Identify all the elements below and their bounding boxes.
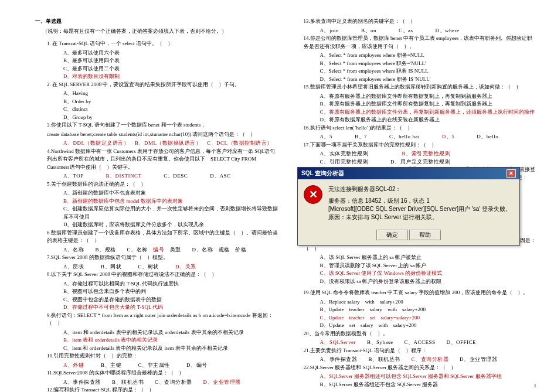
q22-b: B、SQLServer 服务器组还不包含 SQLServer 服务器 xyxy=(320,381,537,389)
q15-c: C、将原有服务器上的数据库文件分离，再复制到新服务器上，还须服务器上执行时间的操… xyxy=(320,108,537,117)
ok-button[interactable]: 确定 xyxy=(376,230,408,240)
q2-a: A、Having xyxy=(63,90,280,98)
left-column: 一、单选题 （说明：每题有且仅有一个正确答案，正确答案必须填入下表，否则不给分。… xyxy=(29,18,286,386)
q18-c: C、该 SQL Server 使用了仅 Windows 的身份验证模式 xyxy=(320,270,537,278)
q1-b: B、最多可以使用四个表 xyxy=(63,57,280,65)
section-note: （说明：每题有且仅有一个正确答案，正确答案必须填入下表，否则不给分。） xyxy=(42,28,280,35)
q17: 17.下面哪一项不属于关系数据库中的完整性规则：（ ） xyxy=(304,141,537,149)
q21-opts: A、事件探查器 B、联机丛书 C、查询分析器 D、企业管理器 xyxy=(320,356,537,364)
q2-c: C、distinct xyxy=(63,105,280,114)
q11: 11.SQLServer2008 的实体中哪类程序组合最棒的是：（ ） xyxy=(47,369,280,377)
q17-opt1: A、实体完整性规则 B、索引完整性规则 xyxy=(320,150,537,158)
q3-opts: A、DDL（数据定义语言） B、DML（数据操纵语言） C、DCL（数据控制语言… xyxy=(63,139,280,148)
q13: 13.多表查询中定义表的别名的关键字是：（ ） xyxy=(304,18,537,26)
section-title: 一、单选题 xyxy=(35,18,280,25)
dialog-line3: [Microsoft][ODBC SQL Server Driver][SQL … xyxy=(328,205,514,221)
q11-opts: A、事件探查器 B、联机丛书 C、查询分析器 D、企业管理器 xyxy=(63,379,280,387)
q5-d: D、创建数据库时，应该将数据库文件分放多个，以实现几余 xyxy=(63,221,280,229)
q5: 5.关于创建数据库的说法正确的是：（ ） xyxy=(47,180,280,189)
q14-a: A、Select * from employees where 职务=NULL xyxy=(320,52,537,60)
q6: 6.数据库管理员创建了一个设备库存表格，具体方法如下所示。区域中的主键是（ ）。… xyxy=(47,229,280,245)
q2: 2. 在 SQL SERVER 2008 中，要设置查询的结果集按所开字段可以使… xyxy=(47,81,280,89)
q5-b: B、新创建的数据库中包含 model 数据库中的表对象 xyxy=(63,197,280,206)
q18-d: D、没有权限以 sa 帐户的身份登录该服务器上的权限 xyxy=(320,278,537,286)
q4: 4.Northwind 数据库中有一张 Customers 表用于存放公司的客户… xyxy=(47,148,280,172)
q14-c: C、Select * from employees where 职务 IS NU… xyxy=(320,67,537,76)
q8-c: C、视图中包含的是存储的数据表中的数据 xyxy=(63,296,280,304)
q19-d: D、Update set salary with salary+200 xyxy=(320,322,537,330)
dialog-title-text: SQL 查询分析器 xyxy=(301,169,344,178)
q2-d: D、Group by xyxy=(63,114,280,122)
q21: 21.主要负责执行 Transact-SQL 语句的是（ ）程序： xyxy=(304,347,537,355)
q6-opts: A、名称 B、规格 C、名称 编号 类型 D、名称 规格 价格 xyxy=(63,246,280,254)
q20: 20、当今常用的数据模型有（ ）。 xyxy=(304,330,537,338)
q7: 7.SQL Server 2008 的数据操纵语句属于（ ）模型。 xyxy=(47,254,280,262)
q18-b: B、管理员误删除了该 SQL Server 上的 sa 帐户 xyxy=(320,262,537,270)
q13-opts: A、join B、on C、as D、where xyxy=(320,27,537,35)
q2-b: B、Order by xyxy=(63,98,280,106)
q7-opts: A、层状 B、网状 C、树状 D、关系 xyxy=(63,263,280,271)
q16: 16.执行语句 select len( 'hello' )的结果是：（ ） xyxy=(304,124,537,132)
close-icon[interactable]: ✕ xyxy=(507,169,516,178)
q1-c: C、最多可以使用二个表 xyxy=(63,65,280,73)
q10-opts: A、外键 B、主键 C、非主属性 D、编号 xyxy=(63,362,280,370)
error-icon: ✕ xyxy=(304,185,322,204)
q8-d: D、存储过程中不可包含大量的 T-SQL 代码 xyxy=(63,304,280,312)
q16-opts: A、5 B、7 C、hello hai D、5 D、hello xyxy=(320,133,537,141)
q22-a: A、SQLServer 服务器组还可以包含 SQLServer 服务器和 SQL… xyxy=(320,373,537,381)
q10: 10.引用完整性规则针对（ ）的完整： xyxy=(47,352,280,360)
q9: 9.执行语句：SELECT * from Item as a right out… xyxy=(47,312,280,328)
q4-opts: A、TOP B、DISTINCT C、DESC D、ASC xyxy=(63,172,280,180)
error-dialog: SQL 查询分析器 ✕ ✕ 无法连接到服务器SQL-02： 服务器：信息 184… xyxy=(297,167,520,246)
q22: 22.SQLServer 服务器组和 SQLServer 服务器之间的关系是：（… xyxy=(304,364,537,372)
q3b: create database benet;create table stude… xyxy=(47,131,280,139)
q15-d: D、将原有数据库服务器上的在线安装在新服务器上 xyxy=(320,116,537,124)
dialog-buttons: 确定 帮助 xyxy=(298,227,519,245)
page-number: 1 xyxy=(534,383,537,388)
q8-a: A、存储过程可以比相同的 T-SQL 代码执行速度快 xyxy=(63,280,280,288)
q1: 1. 在 Transcat-SQL 语句中，一个 select 语句中。（ ） xyxy=(47,40,280,48)
q15: 15.数据库管理员小林希望将旧服务器上的数据库移转到新购置的服务器上，该如何做：… xyxy=(304,83,537,91)
dialog-line1: 无法连接到服务器SQL-02： xyxy=(328,185,514,193)
q19-a: A、Replace salary with salary+200 xyxy=(320,298,537,306)
q5-a: A、新创建的数据库中不包含表对象 xyxy=(63,189,280,197)
q19-b: B、Update teacher salary with salary+200 xyxy=(320,306,537,314)
q1-a: A、最多可以使用六个表 xyxy=(63,49,280,57)
q9-c: C、item 和 orderdetails 表中的相关记录以及 item 表中其… xyxy=(63,345,280,353)
help-button[interactable]: 帮助 xyxy=(409,230,441,240)
q14-b: B、Select * from employees where 职务='NULL… xyxy=(320,60,537,68)
dialog-line2: 服务器：信息 18452，级别 16，状态 1 xyxy=(328,197,514,205)
q9-a: A、item 和 orderdetails 表中的相关记录以及 orderdet… xyxy=(63,329,280,337)
q19: 19.使用 SQL 命令令将教师表 teacher 中工资 salary 字段的… xyxy=(304,289,537,297)
q14-d: D、Select * from employees where 职务 IS 'N… xyxy=(320,76,537,84)
q18-a: A、该 SQL Server 服务器上的 sa 帐户被禁止 xyxy=(320,254,537,262)
dialog-message: 无法连接到服务器SQL-02： 服务器：信息 18452，级别 16，状态 1 … xyxy=(328,185,514,221)
q8-b: B、视图可以包含来自多个表中的列 xyxy=(63,288,280,296)
q15-b: B、将原有服务器上的数据库文件即所有数据复制上，再复制到新服务器上 xyxy=(320,100,537,108)
q5-c: C、创建数据库应估算实际使用的大小，并一次性定够将来的空间，否则数据增长将导致数… xyxy=(63,205,280,221)
dialog-titlebar: SQL 查询分析器 ✕ xyxy=(298,168,519,179)
q15-a: A、将原有服务器上的数据库文件即所有数据复制上，再复制到新服务器上 xyxy=(320,93,537,101)
q20-opts: A、SQLServer B、Sybase C、ACCESS D、OFFICE xyxy=(320,339,537,347)
q14: 14.你是公司的数据库管理员，数据库 benet 中有个员工表 employee… xyxy=(304,35,537,50)
dialog-body: ✕ 无法连接到服务器SQL-02： 服务器：信息 18452，级别 16，状态 … xyxy=(298,179,519,227)
q3: 3.你使用以下 T-SQL 语句创建了一个数据库 benet 和一个表 stud… xyxy=(47,121,280,129)
q3-opt-text: A、DDL（数据定义语言） B、DML（数据操纵语言） C、DCL（数据控制语言… xyxy=(63,140,273,146)
q12: 12.编写和执行 Transact-SQL 程序的是：（ ） xyxy=(47,386,280,392)
q19-c: C、Update teacher set salary=salary+200 xyxy=(320,314,537,322)
q9-b: B、item 表和 orderdetails 表中的相关记录 xyxy=(63,336,280,345)
q17-opt2: C、引用完整性规则 D、用户定义完整性规则 xyxy=(320,158,537,166)
q1-d: D、对表的数目没有限制 xyxy=(63,73,280,81)
q8: 8.以下关于 SQL Server 2008 中的视图和存储过程说法不正确的是：… xyxy=(47,271,280,279)
